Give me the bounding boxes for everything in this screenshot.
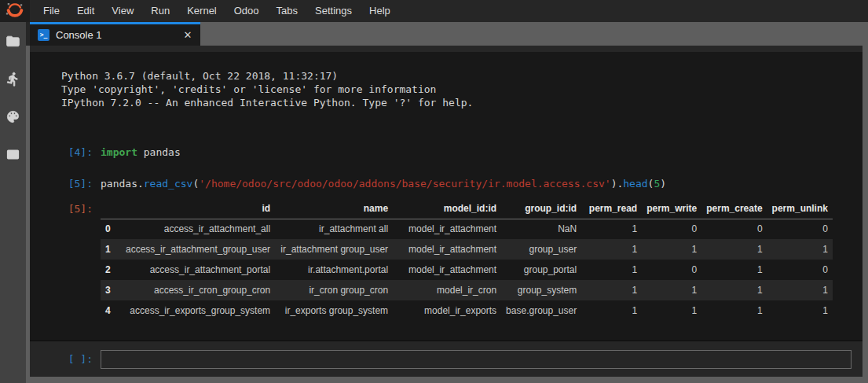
table-cell: 1 [581, 260, 642, 280]
column-header: name [275, 200, 393, 219]
code-token: head [623, 178, 647, 190]
table-row: 4access_ir_exports_group_systemir_export… [101, 300, 833, 321]
menu-item-run[interactable]: Run [142, 0, 178, 22]
console-panel: Python 3.6.7 (default, Oct 22 2018, 11:3… [30, 46, 863, 377]
table-cell: model_ir_attachment [393, 260, 501, 280]
table-row: 0access_ir_attachment_allir_attachment a… [101, 219, 833, 239]
menu-item-settings[interactable]: Settings [306, 0, 361, 22]
table-cell: 1 [767, 280, 833, 300]
column-header: model_id:id [393, 200, 501, 219]
table-cell: group_user [501, 239, 581, 260]
panel-top-strip [30, 46, 863, 52]
empty-input-prompt: [ ]: [30, 353, 101, 365]
table-cell: access_ir_attachment_all [121, 219, 275, 239]
table-cell: model_ir_attachment [393, 219, 501, 239]
table-cell: group_portal [501, 260, 581, 280]
tab-console-1[interactable]: >_ Console 1 ✕ [30, 22, 200, 46]
table-row: 1access_ir_attachment_group_userir_attac… [101, 239, 833, 260]
table-cell: 1 [581, 300, 642, 321]
code-cell: [5]: pandas.read_csv('/home/odoo/src/odo… [30, 177, 863, 190]
table-cell: 0 [642, 219, 701, 239]
code-token: ). [611, 178, 624, 190]
table-cell: model_ir_cron [393, 280, 501, 300]
menu-item-tabs[interactable]: Tabs [268, 0, 306, 22]
table-cell: access_ir_exports_group_system [121, 300, 275, 321]
table-cell: ir_attachment group_user [275, 239, 393, 260]
table-row: 3access_ir_cron_group_cronir_cron group_… [101, 280, 833, 300]
odoo-sh-logo-icon [5, 1, 25, 21]
tab-bar: >_ Console 1 ✕ [26, 22, 868, 46]
menu-item-view[interactable]: View [103, 0, 142, 22]
ipython-banner: Python 3.6.7 (default, Oct 22 2018, 11:3… [61, 69, 863, 109]
table-cell: ir_exports group_system [275, 300, 393, 321]
code-token: pandas [137, 146, 181, 158]
row-index: 2 [101, 260, 121, 280]
table-cell: 1 [701, 300, 767, 321]
menu-item-kernel[interactable]: Kernel [178, 0, 225, 22]
table-cell: 1 [581, 219, 642, 239]
table-cell: ir_attachment all [275, 219, 393, 239]
column-header [101, 200, 121, 219]
table-cell: 1 [767, 239, 833, 260]
table-cell: 1 [642, 280, 701, 300]
table-cell: 1 [581, 239, 642, 260]
menu-bar: FileEditViewRunKernelOdooTabsSettingsHel… [0, 0, 868, 22]
table-row: 2access_ir_attachment_portalir.attachmen… [101, 260, 833, 280]
console-content[interactable]: Python 3.6.7 (default, Oct 22 2018, 11:3… [30, 52, 863, 341]
running-sessions-icon[interactable] [5, 71, 21, 87]
column-header: perm_read [581, 200, 642, 219]
input-prompt: [4]: [30, 145, 101, 159]
console-input-area: [ ]: [30, 341, 863, 377]
table-cell: 0 [767, 260, 833, 280]
table-cell: 0 [767, 219, 833, 239]
code-line: import pandas [101, 145, 181, 159]
code-token: ) [660, 178, 666, 190]
table-cell: 1 [581, 280, 642, 300]
open-tabs-icon[interactable] [5, 146, 21, 162]
table-cell: access_ir_attachment_group_user [121, 239, 275, 260]
table-cell: access_ir_cron_group_cron [121, 280, 275, 300]
table-cell: access_ir_attachment_portal [121, 260, 275, 280]
menu-item-file[interactable]: File [35, 0, 68, 22]
code-cell: [4]: import pandas [30, 145, 863, 159]
dock-panel: >_ Console 1 ✕ Python 3.6.7 (default, Oc… [26, 22, 868, 383]
menu-items: FileEditViewRunKernelOdooTabsSettingsHel… [30, 0, 399, 22]
code-token: read_csv [144, 178, 193, 190]
menu-item-edit[interactable]: Edit [68, 0, 103, 22]
table-cell: 1 [701, 239, 767, 260]
activity-sidebar [0, 22, 26, 383]
table-cell: model_ir_exports [393, 300, 501, 321]
dataframe-table: idnamemodel_id:idgroup_id:idperm_readper… [101, 200, 833, 321]
console-icon: >_ [38, 29, 49, 41]
table-cell: 0 [701, 219, 767, 239]
row-index: 1 [101, 239, 121, 260]
table-cell: NaN [501, 219, 581, 239]
output-cell: [5]: idnamemodel_id:idgroup_id:idperm_re… [30, 200, 863, 321]
table-cell: ir_cron group_cron [275, 280, 393, 300]
tab-title: Console 1 [56, 29, 175, 41]
column-header: perm_unlink [767, 200, 833, 219]
table-cell: 1 [642, 300, 701, 321]
code-token: import [101, 146, 137, 158]
table-cell: base.group_user [501, 300, 581, 321]
row-index: 4 [101, 300, 121, 321]
tab-close-icon[interactable]: ✕ [181, 29, 194, 41]
dataframe-header: idnamemodel_id:idgroup_id:idperm_readper… [101, 200, 833, 219]
table-cell: group_system [501, 280, 581, 300]
table-cell: 0 [642, 260, 701, 280]
file-browser-icon[interactable] [5, 33, 21, 49]
table-cell: ir.attachment.portal [275, 260, 393, 280]
menu-item-odoo[interactable]: Odoo [225, 0, 268, 22]
menu-item-help[interactable]: Help [361, 0, 399, 22]
row-index: 3 [101, 280, 121, 300]
code-input-field[interactable] [101, 350, 852, 369]
output-prompt: [5]: [30, 200, 101, 215]
code-token: '/home/odoo/src/odoo/odoo/addons/base/se… [199, 178, 610, 190]
jupyterlab-window: FileEditViewRunKernelOdooTabsSettingsHel… [0, 0, 868, 383]
table-cell: model_ir_attachment [393, 239, 501, 260]
command-palette-icon[interactable] [5, 109, 21, 124]
table-cell: 1 [701, 280, 767, 300]
column-header: id [121, 200, 275, 219]
table-cell: 1 [767, 300, 833, 321]
input-prompt: [5]: [30, 177, 101, 190]
